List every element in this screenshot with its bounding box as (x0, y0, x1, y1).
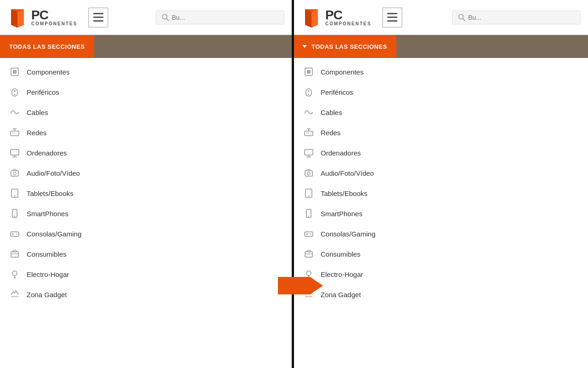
right-menu-item-consolas[interactable]: Consolas/Gaming (294, 224, 588, 244)
right-icon-consolas (303, 228, 314, 239)
svg-line-42 (463, 18, 465, 21)
left-icon-smartphones (9, 208, 20, 219)
right-icon-componentes (303, 66, 314, 77)
right-menu-item-consumibles[interactable]: Consumibles (294, 244, 588, 264)
right-icon-perifericos (303, 86, 314, 98)
svg-point-8 (14, 90, 16, 92)
left-label-consumibles: Consumibles (27, 250, 67, 258)
left-icon-audio (9, 167, 20, 178)
right-icon-consumibles (303, 248, 314, 259)
svg-rect-17 (11, 150, 19, 155)
right-search-bar[interactable] (452, 11, 581, 24)
right-menu-item-electrohogar[interactable]: Electro-Hogar (294, 264, 588, 284)
right-label-componentes: Componentes (321, 68, 363, 76)
left-menu-item-tablets[interactable]: Tablets/Ebooks (0, 183, 292, 203)
svg-point-69 (311, 234, 311, 235)
svg-marker-40 (311, 9, 318, 28)
right-label-electrohogar: Electro-Hogar (321, 270, 363, 278)
left-icon-consumibles (9, 248, 20, 259)
left-logo-pc: PC (31, 9, 77, 22)
right-label-consolas: Consolas/Gaming (321, 230, 375, 238)
left-section-header: TODAS LAS SECCIONES (0, 35, 292, 58)
right-logo-componentes: COMPONENTES (325, 22, 371, 26)
left-menu-item-consolas[interactable]: Consolas/Gaming (0, 224, 292, 244)
right-header: PC COMPONENTES (294, 0, 588, 35)
left-hamburger-button[interactable] (88, 7, 108, 28)
right-menu-item-componentes[interactable]: Componentes (294, 62, 588, 82)
right-label-cables: Cables (321, 109, 342, 116)
arrow-indicator (278, 277, 310, 294)
right-label-ordenadores: Ordenadores (321, 149, 361, 157)
svg-rect-52 (306, 132, 307, 133)
right-menu-item-redes[interactable]: Redes (294, 122, 588, 143)
left-logo-icon (7, 7, 28, 28)
right-menu-item-tablets[interactable]: Tablets/Ebooks (294, 183, 588, 203)
right-icon-cables (303, 107, 314, 118)
svg-marker-2 (17, 9, 24, 28)
left-menu-item-smartphones[interactable]: SmartPhones (0, 203, 292, 224)
svg-rect-56 (305, 150, 313, 155)
right-search-icon (458, 14, 465, 21)
left-icon-redes (9, 127, 20, 138)
left-label-electrohogar: Electro-Hogar (27, 270, 69, 278)
svg-point-29 (16, 233, 17, 234)
right-logo-text: PC COMPONENTES (325, 9, 371, 26)
left-logo-text: PC COMPONENTES (31, 9, 77, 26)
left-label-smartphones: SmartPhones (27, 210, 68, 218)
svg-rect-53 (308, 132, 309, 133)
right-label-consumibles: Consumibles (321, 250, 361, 258)
left-search-bar[interactable] (156, 11, 284, 24)
right-hamburger-line-1 (387, 13, 397, 14)
right-menu-item-zonagadget[interactable]: Zona Gadget (294, 284, 588, 305)
svg-point-73 (306, 271, 311, 276)
left-menu-item-componentes[interactable]: Componentes (0, 62, 292, 82)
left-menu-item-ordenadores[interactable]: Ordenadores (0, 143, 292, 163)
left-label-componentes: Componentes (27, 68, 69, 76)
left-logo: PC COMPONENTES (7, 7, 77, 28)
left-label-redes: Redes (27, 129, 46, 137)
left-menu-item-audio[interactable]: Audio/Foto/Vídeo (0, 163, 292, 183)
right-panel: PC COMPONENTES TODAS LAS SE (294, 0, 588, 368)
right-menu-item-cables[interactable]: Cables (294, 102, 588, 122)
arrow-body (278, 277, 310, 294)
left-menu-item-cables[interactable]: Cables (0, 102, 292, 122)
svg-rect-59 (305, 171, 312, 176)
left-menu-item-zonagadget[interactable]: Zona Gadget (0, 284, 292, 305)
right-todas-label: TODAS LAS SECCIONES (311, 43, 387, 50)
right-logo-icon (301, 7, 322, 28)
left-menu-item-consumibles[interactable]: Consumibles (0, 244, 292, 264)
left-menu-item-redes[interactable]: Redes (0, 122, 292, 143)
right-hamburger-button[interactable] (382, 7, 402, 28)
right-hamburger-line-3 (387, 20, 397, 22)
svg-point-30 (17, 234, 17, 235)
svg-rect-70 (305, 252, 312, 257)
svg-line-4 (167, 18, 169, 21)
left-label-ordenadores: Ordenadores (27, 149, 67, 157)
left-search-input[interactable] (172, 14, 278, 21)
right-icon-smartphones (303, 208, 314, 219)
svg-point-34 (12, 271, 17, 276)
left-icon-componentes (9, 66, 20, 77)
left-label-perifericos: Periféricos (27, 88, 59, 96)
right-hamburger-line-2 (387, 17, 397, 18)
right-menu-item-audio[interactable]: Audio/Foto/Vídeo (294, 163, 588, 183)
right-logo-pc: PC (325, 9, 371, 22)
left-icon-consolas (9, 228, 20, 239)
left-menu-item-perifericos[interactable]: Periféricos (0, 82, 292, 102)
left-todas-bar-right (94, 35, 292, 58)
svg-point-21 (13, 172, 16, 175)
left-header: PC COMPONENTES (0, 0, 292, 35)
right-menu-item-ordenadores[interactable]: Ordenadores (294, 143, 588, 163)
left-icon-tablets (9, 188, 20, 199)
left-logo-componentes: COMPONENTES (31, 22, 77, 26)
right-menu-item-perifericos[interactable]: Periféricos (294, 82, 588, 102)
arrow-head (310, 277, 323, 294)
svg-marker-1 (11, 9, 17, 28)
right-menu-item-smartphones[interactable]: SmartPhones (294, 203, 588, 224)
left-menu-item-electrohogar[interactable]: Electro-Hogar (0, 264, 292, 284)
right-icon-ordenadores (303, 147, 314, 158)
right-todas-bar: TODAS LAS SECCIONES (294, 35, 396, 58)
svg-point-68 (310, 233, 311, 234)
right-search-input[interactable] (468, 14, 575, 21)
hamburger-line-1 (93, 13, 103, 14)
